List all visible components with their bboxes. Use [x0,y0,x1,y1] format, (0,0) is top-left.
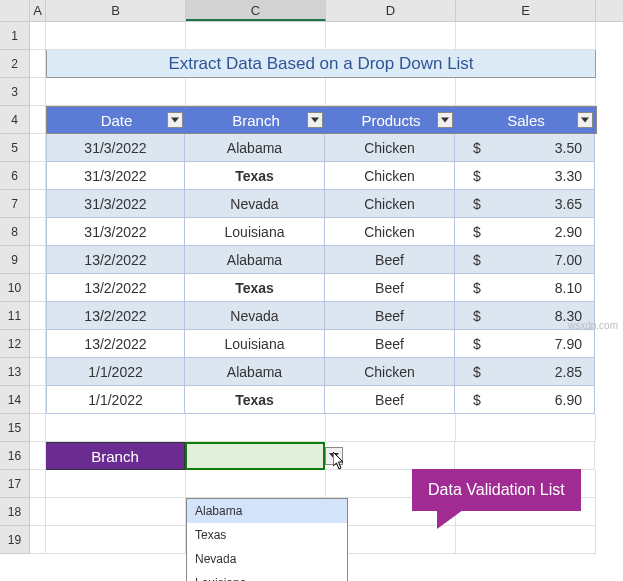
cell-branch[interactable]: Nevada [185,190,325,218]
cell-product[interactable]: Beef [325,330,455,358]
row-header-18[interactable]: 18 [0,498,30,526]
th-products: Products [326,107,456,133]
cell-sales[interactable]: $3.65 [455,190,595,218]
cell-date[interactable]: 1/1/2022 [46,358,185,386]
cell-product[interactable]: Chicken [325,134,455,162]
row-header-16[interactable]: 16 [0,442,30,470]
table-row: 13/2/2022TexasBeef$8.10 [46,274,595,302]
select-all-corner[interactable] [0,0,30,21]
row-header-9[interactable]: 9 [0,246,30,274]
table-row: 31/3/2022NevadaChicken$3.65 [46,190,595,218]
cell-date[interactable]: 13/2/2022 [46,246,185,274]
row-header-2[interactable]: 2 [0,50,30,78]
cell-product[interactable]: Beef [325,274,455,302]
table-row: 31/3/2022AlabamaChicken$3.50 [46,134,595,162]
cell-date[interactable]: 13/2/2022 [46,302,185,330]
row-header-13[interactable]: 13 [0,358,30,386]
row-header-7[interactable]: 7 [0,190,30,218]
cell-product[interactable]: Beef [325,386,455,414]
th-branch-label: Branch [232,112,280,129]
callout-text: Data Validation List [428,481,565,498]
cell-branch[interactable]: Alabama [185,246,325,274]
dropdown-item[interactable]: Nevada [187,547,347,571]
row-header-12[interactable]: 12 [0,330,30,358]
table-header: Date Branch Products Sales [46,106,597,134]
cell-branch[interactable]: Alabama [185,134,325,162]
th-branch: Branch [186,107,326,133]
cell-product[interactable]: Chicken [325,162,455,190]
th-sales-label: Sales [507,112,545,129]
cursor-icon [333,452,349,472]
row-header-6[interactable]: 6 [0,162,30,190]
cell-sales[interactable]: $7.00 [455,246,595,274]
row-header-8[interactable]: 8 [0,218,30,246]
col-header-B[interactable]: B [46,0,186,21]
cell-branch[interactable]: Texas [185,274,325,302]
page-title: Extract Data Based on a Drop Down List [46,50,596,78]
cell-product[interactable]: Chicken [325,218,455,246]
row-header-19[interactable]: 19 [0,526,30,554]
cell-date[interactable]: 31/3/2022 [46,134,185,162]
cell-sales[interactable]: $7.90 [455,330,595,358]
row-headers: 12345678910111213141516171819 [0,22,30,554]
cell-date[interactable]: 31/3/2022 [46,162,185,190]
cell-branch[interactable]: Alabama [185,358,325,386]
dropdown-item[interactable]: Texas [187,523,347,547]
th-date-label: Date [101,112,133,129]
dropdown-cell[interactable] [185,442,325,470]
table-row: 1/1/2022TexasBeef$6.90 [46,386,595,414]
column-headers: A B C D E [0,0,623,22]
cell-branch[interactable]: Louisiana [185,218,325,246]
row-header-4[interactable]: 4 [0,106,30,134]
cell-sales[interactable]: $8.10 [455,274,595,302]
filter-button-branch[interactable] [307,112,323,128]
table-row: 13/2/2022LouisianaBeef$7.90 [46,330,595,358]
cell-date[interactable]: 1/1/2022 [46,386,185,414]
dropdown-list[interactable]: AlabamaTexasNevadaLouisiana [186,498,348,581]
filter-button-products[interactable] [437,112,453,128]
cell-branch[interactable]: Texas [185,162,325,190]
row-header-15[interactable]: 15 [0,414,30,442]
row-header-14[interactable]: 14 [0,386,30,414]
cell-date[interactable]: 13/2/2022 [46,330,185,358]
col-header-C[interactable]: C [186,0,326,21]
th-products-label: Products [361,112,420,129]
col-header-E[interactable]: E [456,0,596,21]
cell-date[interactable]: 13/2/2022 [46,274,185,302]
cell-branch[interactable]: Texas [185,386,325,414]
branch-label-cell: Branch [46,442,185,470]
dropdown-item[interactable]: Louisiana [187,571,347,581]
cell-sales[interactable]: $6.90 [455,386,595,414]
cell-date[interactable]: 31/3/2022 [46,218,185,246]
col-header-A[interactable]: A [30,0,46,21]
dropdown-item[interactable]: Alabama [187,499,347,523]
cell-branch[interactable]: Nevada [185,302,325,330]
row-header-5[interactable]: 5 [0,134,30,162]
row-header-11[interactable]: 11 [0,302,30,330]
col-header-D[interactable]: D [326,0,456,21]
th-sales: Sales [456,107,596,133]
cells-area: Extract Data Based on a Drop Down List D… [30,22,623,554]
table-row: 31/3/2022TexasChicken$3.30 [46,162,595,190]
callout-box: Data Validation List [412,469,581,511]
th-date: Date [47,107,186,133]
row-header-3[interactable]: 3 [0,78,30,106]
cell-product[interactable]: Chicken [325,190,455,218]
watermark: wsxdn.com [568,320,618,331]
filter-button-date[interactable] [167,112,183,128]
cell-sales[interactable]: $3.30 [455,162,595,190]
row-header-10[interactable]: 10 [0,274,30,302]
row-header-1[interactable]: 1 [0,22,30,50]
cell-sales[interactable]: $3.50 [455,134,595,162]
table-row: 13/2/2022NevadaBeef$8.30 [46,302,595,330]
cell-sales[interactable]: $2.85 [455,358,595,386]
cell-product[interactable]: Chicken [325,358,455,386]
grid-body: 12345678910111213141516171819 Extract Da… [0,22,623,554]
cell-product[interactable]: Beef [325,302,455,330]
cell-date[interactable]: 31/3/2022 [46,190,185,218]
cell-product[interactable]: Beef [325,246,455,274]
filter-button-sales[interactable] [577,112,593,128]
row-header-17[interactable]: 17 [0,470,30,498]
cell-branch[interactable]: Louisiana [185,330,325,358]
cell-sales[interactable]: $2.90 [455,218,595,246]
